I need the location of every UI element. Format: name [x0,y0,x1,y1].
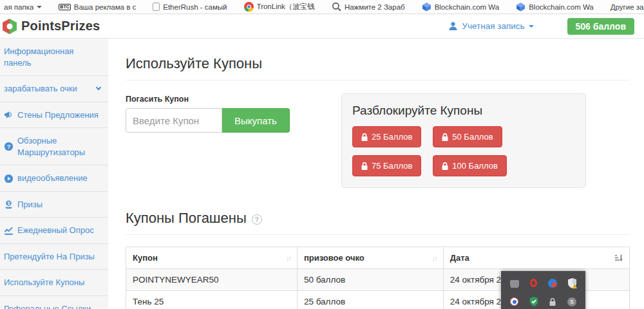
system-tray-popup: ! S [501,271,585,309]
account-label: Учетная запись [462,21,524,31]
unlock-button-label: 75 Баллов [372,161,412,171]
sort-desc-icon [614,254,623,262]
cell-coupon: Тень 25 [126,291,298,309]
chrome-icon [244,2,254,12]
sidebar-item-dashboard[interactable]: Информационная панель [0,39,108,76]
btc-icon: BTC [59,4,70,10]
sidebar-item-video-ads[interactable]: видеообъявление [0,165,108,192]
lock-icon [361,162,368,170]
unlock-button-label: 100 Баллов [452,161,498,171]
cell-coupon: POINTYNEWYEAR50 [126,269,298,291]
sort-icon: ↓↑ [286,254,290,262]
antivirus-ok-icon[interactable] [529,297,539,307]
main-content: Используйте Купоны Погасить Купон Выкупа… [108,39,644,308]
bookmark-label: Blockchain.com Wa [435,3,500,11]
redeem-button[interactable]: Выкупать [222,108,290,133]
sidebar-item-use-coupons[interactable]: Используйте Купоны [0,270,108,296]
bookmark-label: TronLink（波宝钱 [257,2,315,12]
blockchain-cube-icon [422,2,431,12]
chevron-down-icon [96,85,101,90]
other-bookmarks-button[interactable]: Другие закладки [611,3,644,11]
unlock-panel-title: Разблокируйте Купоны [352,104,575,118]
redeemed-section-title: Купоны Погашены [126,210,247,227]
bookmark-label: EtherRush - самый [163,3,227,11]
sidebar-item-label: Используйте Купоны [4,277,103,288]
bookmark-item[interactable]: EtherRush - самый [153,3,227,11]
unlock-coupons-panel: Разблокируйте Купоны 25 Баллов [341,93,586,188]
bookmark-label: Blockchain.com Wa [529,3,594,11]
unlock-25-button[interactable]: 25 Баллов [352,126,421,147]
opera-icon[interactable] [529,278,539,288]
bookmark-folder[interactable]: ая папка [4,3,42,11]
cell-points: 25 баллов [297,291,443,309]
unlock-75-button[interactable]: 75 Баллов [352,155,421,176]
other-bookmarks-label: Другие закладки [611,3,644,11]
privacy-lock-icon[interactable] [547,297,558,307]
bookmark-item[interactable]: Нажмите 2 Зараб [332,2,405,12]
sidebar-item-label: Призы [17,199,103,211]
sidebar-item-label: Реферальные Ссылки [4,303,103,309]
coupon-input[interactable] [126,108,222,133]
bookmark-label: ая папка [4,3,33,11]
defender-warning-icon[interactable]: ! [567,278,577,288]
media-player-icon[interactable] [509,297,520,307]
column-header-label: Купон [133,253,286,263]
sidebar-item-label: Ежедневный Опрос [17,225,103,236]
page-title: Используйте Купоны [126,55,630,72]
column-header-points[interactable]: призовое очко ↓↑ [297,247,443,269]
lock-icon [442,133,448,141]
bookmark-label: Нажмите 2 Зараб [345,3,405,11]
browser-bookmarks-bar: ая папка BTC Ваша реклама в с EtherRush … [0,0,644,14]
play-circle-icon [4,174,14,183]
pointsprizes-logo-icon [1,18,18,35]
sidebar-nav: Информационная панель зарабатывать очки … [0,39,108,308]
folder-dropdown-icon [37,6,42,8]
sort-icon: ↓↑ [432,254,437,262]
page-icon [153,3,160,11]
blockchain-cube-icon [516,2,526,12]
column-header-label: Дата [450,253,614,263]
sidebar-item-prizes[interactable]: $ Призы [0,192,108,218]
unlock-100-button[interactable]: 100 Баллов [433,155,507,176]
sidebar-item-daily-poll[interactable]: Ежедневный Опрос [0,218,108,244]
redeem-coupon-form: Погасить Купон Выкупать [126,92,341,133]
bookmark-label: Ваша реклама в с [74,3,137,11]
brand-logo[interactable]: PointsPrizes [1,18,100,35]
bookmark-item[interactable]: BTC Ваша реклама в с [59,3,136,11]
sidebar-item-label: Информационная панель [4,46,103,68]
lock-icon [361,133,368,141]
svg-text:?: ? [7,144,11,150]
sidebar-item-claim-prizes[interactable]: Претендуйте На Призы [0,244,108,270]
column-header-coupon[interactable]: Купон ↓↑ [126,247,298,269]
sidebar-item-referral-links[interactable]: Реферальные Ссылки [0,296,108,309]
user-icon [448,21,458,31]
brand-name: PointsPrizes [21,19,100,33]
column-header-date[interactable]: Дата [443,247,629,269]
magnifier-icon [332,2,341,12]
sidebar-item-label: Обзорные Маршрутизаторы [17,135,103,158]
sidebar-item-survey-routers[interactable]: ? Обзорные Маршрутизаторы [0,128,108,165]
unlock-button-label: 25 Баллов [372,132,412,142]
bookmark-item[interactable]: Blockchain.com Wa [516,2,594,12]
sidebar-item-earn-points[interactable]: зарабатывать очки [0,76,108,102]
points-balance-badge[interactable]: 506 баллов [567,18,634,35]
sync-app-icon[interactable] [547,278,558,288]
megaphone-icon [4,110,14,120]
chevron-down-icon [529,25,534,28]
sidebar-item-label: Стены Предложения [17,109,103,121]
sidebar-item-label: видеообъявление [17,173,103,184]
bookmark-item[interactable]: Blockchain.com Wa [422,2,500,12]
account-menu[interactable]: Учетная запись [448,21,533,31]
svg-text:!: ! [574,285,575,288]
unlock-button-label: 50 Баллов [452,132,493,142]
sidebar-item-offer-walls[interactable]: Стены Предложения [0,102,108,129]
site-header: PointsPrizes Учетная запись 506 баллов [0,14,644,39]
unlock-50-button[interactable]: 50 Баллов [433,126,502,147]
monitor-icon[interactable] [509,278,520,288]
question-circle-icon: ? [4,142,14,151]
line-chart-icon [4,226,14,236]
redeem-coupon-label: Погасить Купон [126,95,341,104]
help-icon[interactable]: ? [252,214,262,225]
bookmark-item[interactable]: TronLink（波宝钱 [244,2,315,12]
skype-icon[interactable]: S [567,297,577,307]
